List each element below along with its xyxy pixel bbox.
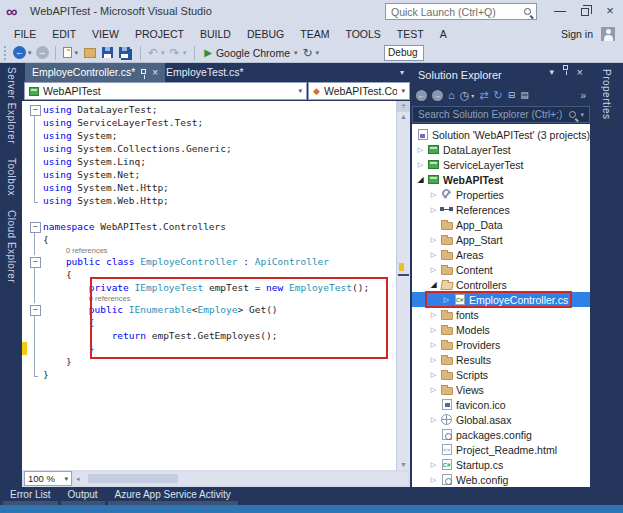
tree-item-providers[interactable]: ▷Providers xyxy=(412,337,590,352)
menu-file[interactable]: FILE xyxy=(6,28,44,40)
zoom-level-dropdown[interactable]: 100 % ▾ xyxy=(24,471,72,486)
close-button[interactable]: × xyxy=(600,2,620,20)
horizontal-scroll-thumb[interactable] xyxy=(88,474,178,483)
tree-item-webapitest[interactable]: ◢WebAPITest xyxy=(412,172,590,187)
close-panel-icon[interactable]: × xyxy=(577,63,583,81)
navigate-forward-button[interactable]: → xyxy=(36,46,49,59)
scroll-down-icon[interactable]: ▼ xyxy=(397,461,410,468)
expand-collapsed-icon[interactable]: ▷ xyxy=(428,386,439,394)
undo-icon[interactable]: ↶ xyxy=(148,44,158,62)
tree-item-fonts[interactable]: ▷fonts xyxy=(412,307,590,322)
run-target-label[interactable]: Google Chrome xyxy=(216,47,290,59)
save-all-icon[interactable] xyxy=(119,47,130,58)
menu-a[interactable]: A xyxy=(432,28,455,40)
expand-collapsed-icon[interactable]: ▷ xyxy=(415,161,426,169)
panel-tab-error-list[interactable]: Error List xyxy=(3,487,58,505)
tree-item-employecontroller-cs[interactable]: ▷C#EmployeController.cs xyxy=(412,292,590,307)
expand-collapsed-icon[interactable]: ▷ xyxy=(428,416,439,424)
tree-item-results[interactable]: ▷Results xyxy=(412,352,590,367)
tree-item-properties[interactable]: ▷Properties xyxy=(412,187,590,202)
pin-icon[interactable] xyxy=(141,69,146,74)
toolbar-overflow-icon[interactable]: » xyxy=(580,90,586,101)
back-icon[interactable]: ← xyxy=(416,90,427,101)
solution-configuration-dropdown[interactable]: Debug xyxy=(384,45,424,61)
project-dropdown[interactable]: WebAPITest ▾ xyxy=(24,82,307,100)
panel-tab-azure-app-service-activity[interactable]: Azure App Service Activity xyxy=(108,487,238,505)
expand-collapsed-icon[interactable]: ▷ xyxy=(441,296,452,304)
new-file-caret-icon[interactable]: ▾ xyxy=(75,49,79,57)
expand-expanded-icon[interactable]: ◢ xyxy=(428,280,439,289)
tree-item-servicelayertest[interactable]: ▷ServiceLayerTest xyxy=(412,157,590,172)
tool-tab-server-explorer[interactable]: Server Explorer xyxy=(6,67,17,144)
restore-button[interactable] xyxy=(575,2,595,20)
menu-tools[interactable]: TOOLS xyxy=(337,28,388,40)
tree-item-scripts[interactable]: ▷Scripts xyxy=(412,367,590,382)
expand-collapsed-icon[interactable]: ▷ xyxy=(428,251,439,259)
refresh-icon[interactable]: ↻ xyxy=(494,86,503,104)
solution-explorer-search-input[interactable]: Search Solution Explorer (Ctrl+;) ▾ xyxy=(412,106,590,123)
scroll-left-icon[interactable]: ◂ xyxy=(76,472,80,485)
tree-item-startup-cs[interactable]: ▷C#Startup.cs xyxy=(412,457,590,472)
type-dropdown[interactable]: ◆ WebAPITest.Control ▾ xyxy=(308,82,410,100)
tool-tab-properties[interactable]: Properties xyxy=(601,69,612,120)
menu-debug[interactable]: DEBUG xyxy=(239,28,292,40)
expand-collapsed-icon[interactable]: ▷ xyxy=(428,206,439,214)
expand-collapsed-icon[interactable]: ▷ xyxy=(415,146,426,154)
expand-collapsed-icon[interactable]: ▷ xyxy=(428,266,439,274)
tree-item-datalayertest[interactable]: ▷DataLayerTest xyxy=(412,142,590,157)
tree-item-app-data[interactable]: App_Data xyxy=(412,217,590,232)
save-icon[interactable] xyxy=(102,47,113,58)
navigate-back-button[interactable]: ← xyxy=(13,46,26,59)
split-window-handle[interactable]: ÷ xyxy=(397,101,410,112)
user-avatar-icon[interactable] xyxy=(601,27,615,41)
tree-item-content[interactable]: ▷Content xyxy=(412,262,590,277)
tree-item-solution-webapitest-3-projects[interactable]: Solution 'WebAPITest' (3 projects) xyxy=(412,127,590,142)
run-target-caret-icon[interactable]: ▾ xyxy=(294,49,298,57)
code-editor[interactable]: using DataLayerTest;using ServiceLayerTe… xyxy=(22,101,396,470)
pending-changes-filter-icon[interactable]: ◷ xyxy=(460,86,470,104)
redo-caret-icon[interactable]: ▾ xyxy=(183,49,187,57)
menu-view[interactable]: VIEW xyxy=(84,28,127,40)
expand-collapsed-icon[interactable]: ▷ xyxy=(428,326,439,334)
refresh-caret-icon[interactable]: ▾ xyxy=(316,49,320,57)
new-file-icon[interactable] xyxy=(63,47,72,58)
expand-collapsed-icon[interactable]: ▷ xyxy=(428,461,439,469)
menu-team[interactable]: TEAM xyxy=(292,28,337,40)
filter-caret-icon[interactable]: ▾ xyxy=(471,92,474,99)
menu-edit[interactable]: EDIT xyxy=(44,28,84,40)
tree-item-views[interactable]: ▷Views xyxy=(412,382,590,397)
expand-collapsed-icon[interactable]: ▷ xyxy=(428,236,439,244)
menu-project[interactable]: PROJECT xyxy=(127,28,192,40)
panel-tab-output[interactable]: Output xyxy=(61,487,105,505)
sign-in-link[interactable]: Sign in xyxy=(561,28,593,40)
expand-collapsed-icon[interactable]: ▷ xyxy=(428,341,439,349)
tree-item-favicon-ico[interactable]: favicon.ico xyxy=(412,397,590,412)
tab-list-caret-icon[interactable]: ▾ xyxy=(400,68,404,77)
navigate-back-caret-icon[interactable]: ▾ xyxy=(28,49,32,57)
tree-item-models[interactable]: ▷Models xyxy=(412,322,590,337)
quick-launch-input[interactable]: Quick Launch (Ctrl+Q) xyxy=(385,3,537,20)
properties-pages-icon[interactable]: ▤ xyxy=(520,86,529,104)
expand-collapsed-icon[interactable]: ▷ xyxy=(428,476,439,484)
expand-expanded-icon[interactable]: ◢ xyxy=(415,175,426,184)
tree-item-areas[interactable]: ▷Areas xyxy=(412,247,590,262)
editor-vertical-scrollbar[interactable]: ÷ ▲ ▼ xyxy=(396,101,410,470)
tree-item-global-asax[interactable]: ▷Global.asax xyxy=(412,412,590,427)
tool-tab-toolbox[interactable]: Toolbox xyxy=(6,158,17,196)
tree-item-app-start[interactable]: ▷App_Start xyxy=(412,232,590,247)
start-debug-icon[interactable]: ▶ xyxy=(204,47,212,58)
menu-test[interactable]: TEST xyxy=(389,28,432,40)
expand-collapsed-icon[interactable]: ▷ xyxy=(428,371,439,379)
tab-employecontroller[interactable]: EmployeController.cs* × xyxy=(25,63,165,82)
open-file-icon[interactable] xyxy=(84,48,96,58)
home-icon[interactable]: ⌂ xyxy=(448,86,455,104)
undo-caret-icon[interactable]: ▾ xyxy=(161,49,165,57)
pin-icon[interactable] xyxy=(563,65,568,70)
redo-icon[interactable]: ↷ xyxy=(170,44,180,62)
tree-item-controllers[interactable]: ◢Controllers xyxy=(412,277,590,292)
minimize-button[interactable]: — xyxy=(550,2,570,20)
tree-item-references[interactable]: ▷References xyxy=(412,202,590,217)
expand-collapsed-icon[interactable]: ▷ xyxy=(428,311,439,319)
editor-horizontal-scrollbar[interactable]: ◂ xyxy=(74,472,408,485)
forward-icon[interactable]: → xyxy=(432,90,443,101)
